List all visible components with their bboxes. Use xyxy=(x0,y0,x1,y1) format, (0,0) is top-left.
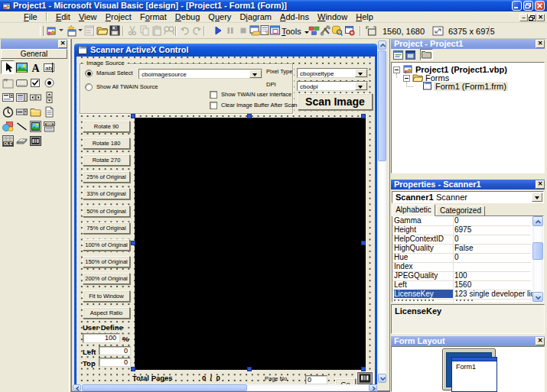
selection-handle[interactable] xyxy=(131,367,135,371)
property-value[interactable]: 0 xyxy=(454,216,541,225)
tool-custom-control-icon[interactable] xyxy=(30,135,41,147)
tool-drivelistbox-icon[interactable] xyxy=(16,106,28,118)
object-combo[interactable]: Scanner1 Scanner xyxy=(392,191,544,203)
scroll-right-icon[interactable] xyxy=(369,384,377,391)
tool-data-icon[interactable] xyxy=(44,121,55,132)
tab-categorized[interactable]: Categorized xyxy=(436,206,485,216)
menu-view[interactable]: View xyxy=(76,11,100,22)
property-name[interactable]: Gamma xyxy=(394,216,453,225)
form-title-bar[interactable]: Scanner ActiveX Control xyxy=(74,44,377,57)
form-layout-panel-header[interactable]: Form Layout xyxy=(391,336,545,346)
tool-frame-icon[interactable]: xy xyxy=(2,77,14,89)
toolbox-close-icon[interactable]: ✕ xyxy=(58,40,67,48)
properties-scroll-thumb[interactable] xyxy=(532,242,543,260)
tool-label-icon[interactable]: A xyxy=(30,62,41,73)
menu-window[interactable]: Window xyxy=(314,11,350,22)
designer-hscroll-thumb[interactable] xyxy=(82,384,247,391)
left-input[interactable]: 0 xyxy=(99,346,131,355)
pixel-type-combo[interactable]: cbopixeltype xyxy=(297,68,368,78)
add-project-button[interactable] xyxy=(45,24,63,37)
object-combo-dropdown-icon[interactable] xyxy=(532,193,542,202)
page-no-input[interactable]: 0 xyxy=(305,375,327,384)
tree-expander[interactable] xyxy=(403,75,410,82)
tree-expander[interactable] xyxy=(393,66,400,73)
close-button[interactable] xyxy=(535,1,545,11)
toolbox-button[interactable] xyxy=(319,24,330,37)
property-value[interactable]: 1560 xyxy=(454,280,541,289)
property-value[interactable]: 6975 xyxy=(454,225,541,234)
tool-textbox-icon[interactable]: ab xyxy=(44,62,55,73)
menu-debug[interactable]: Debug xyxy=(172,11,203,22)
property-value[interactable]: False xyxy=(454,244,541,252)
tool-pointer-icon[interactable] xyxy=(3,62,15,73)
tool-hscrollbar-icon[interactable] xyxy=(30,92,41,103)
save-project-button[interactable] xyxy=(108,24,122,37)
zoom-50-button[interactable]: 50% of Original xyxy=(83,206,130,217)
zoom-75-button[interactable]: 75% of Original xyxy=(83,222,130,234)
object-browser-button[interactable] xyxy=(308,24,319,37)
properties-close-icon[interactable]: ✕ xyxy=(536,180,545,189)
tool-combobox-icon[interactable] xyxy=(2,92,14,103)
property-name-selected[interactable]: LicenseKey xyxy=(394,290,453,298)
form1-thumbnail[interactable]: Form1 xyxy=(451,357,497,392)
menu-file[interactable]: File xyxy=(21,11,41,22)
restore-button[interactable] xyxy=(523,1,533,11)
selection-handle[interactable] xyxy=(247,367,252,371)
tree-node-form1[interactable]: Form1 (Form1.frm) xyxy=(434,82,508,91)
designer-vscroll-thumb[interactable] xyxy=(378,50,386,161)
property-value[interactable] xyxy=(454,262,541,271)
tool-dirlistbox-icon[interactable] xyxy=(30,106,41,118)
rotate-90-button[interactable]: Rotate 90 xyxy=(83,121,130,132)
scroll-left-icon[interactable] xyxy=(73,384,81,391)
property-name[interactable]: Index xyxy=(394,262,453,271)
tool-scanner-icon[interactable] xyxy=(16,135,28,147)
toolbar-grip[interactable] xyxy=(40,26,44,36)
tool-filelistbox-icon[interactable] xyxy=(44,106,55,118)
property-name[interactable]: HighQuality xyxy=(394,244,453,252)
tool-ole-icon[interactable]: OLE xyxy=(2,135,14,147)
menu-project[interactable]: Project xyxy=(103,11,135,22)
zoom-100-button[interactable]: 100% of Original xyxy=(83,239,130,251)
tool-timer-icon[interactable] xyxy=(2,106,14,118)
property-value[interactable]: 100 xyxy=(454,271,541,280)
scan-image-display[interactable] xyxy=(135,118,366,370)
selection-handle[interactable] xyxy=(131,114,135,118)
view-code-button[interactable] xyxy=(392,50,404,60)
selection-handle[interactable] xyxy=(131,241,135,245)
rotate-180-button[interactable]: Rotate 180 xyxy=(83,138,130,149)
zoom-200-button[interactable]: 200% of Original xyxy=(83,273,130,284)
scanner-control-icon[interactable] xyxy=(357,371,373,385)
scroll-down-icon[interactable] xyxy=(532,292,543,302)
manual-select-radio[interactable] xyxy=(85,70,93,77)
zoom-150-button[interactable]: 150% of Original xyxy=(83,256,130,267)
data-view-window-button[interactable] xyxy=(330,24,342,37)
toolbox-tab-general[interactable]: General xyxy=(1,49,67,59)
menu-addins[interactable]: Add-Ins xyxy=(277,11,312,22)
tools-menu-button[interactable]: Tools xyxy=(282,27,309,36)
minimize-button[interactable] xyxy=(512,1,522,11)
property-value[interactable]: 0 xyxy=(454,235,541,243)
selection-handle[interactable] xyxy=(247,114,252,118)
menu-diagram[interactable]: Diagram xyxy=(236,11,275,22)
mdi-close-button[interactable]: ✕ xyxy=(536,14,545,21)
component-manager-button[interactable] xyxy=(344,24,355,37)
scan-image-button[interactable]: Scan Image xyxy=(298,93,373,110)
property-name[interactable]: Left xyxy=(394,280,453,289)
tool-picturebox-icon[interactable] xyxy=(16,62,28,73)
rotate-270-button[interactable]: Rotate 270 xyxy=(83,154,130,166)
property-name[interactable]: HelpContextID xyxy=(394,235,453,243)
form-layout-close-icon[interactable]: ✕ xyxy=(536,337,545,345)
combo-dropdown-icon[interactable] xyxy=(355,82,367,90)
tool-listbox-icon[interactable] xyxy=(16,92,28,103)
clear-buffer-checkbox[interactable] xyxy=(210,102,217,109)
aspect-ratio-button[interactable]: Aspect Ratio xyxy=(83,307,130,319)
view-object-button[interactable] xyxy=(405,50,416,60)
mdi-restore-button[interactable] xyxy=(528,14,536,21)
add-form-button[interactable] xyxy=(64,24,83,37)
property-value[interactable]: 123 single developer license xyxy=(454,290,541,298)
property-name[interactable]: Height xyxy=(394,225,453,234)
scroll-up-icon[interactable] xyxy=(532,216,543,226)
dpi-combo[interactable]: cbodpi xyxy=(297,81,368,91)
tool-optionbutton-icon[interactable] xyxy=(44,77,55,89)
menu-edit[interactable]: Edit xyxy=(53,11,73,22)
